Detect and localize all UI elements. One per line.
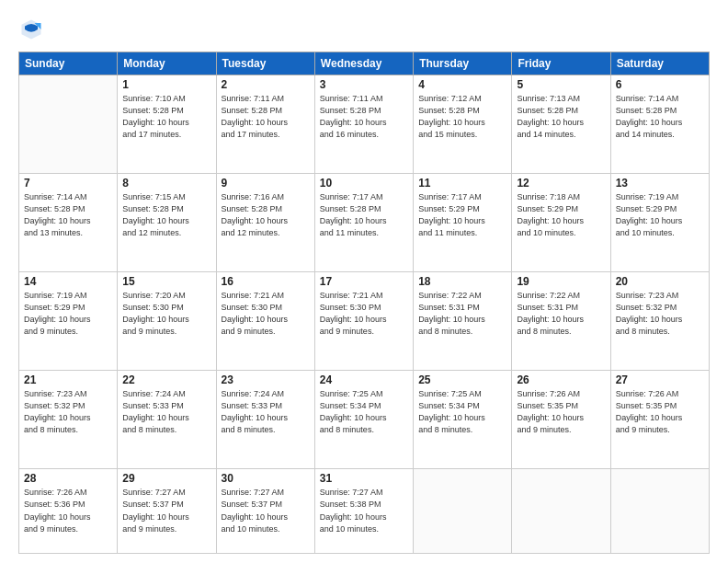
cell-day-number: 13 <box>616 177 704 190</box>
cell-day-number: 30 <box>222 472 310 485</box>
cell-info-text: Sunrise: 7:12 AM Sunset: 5:28 PM Dayligh… <box>418 93 506 141</box>
cell-day-number: 9 <box>222 177 310 190</box>
calendar-cell: 18Sunrise: 7:22 AM Sunset: 5:31 PM Dayli… <box>414 272 512 371</box>
logo-icon <box>18 17 44 42</box>
cell-info-text: Sunrise: 7:11 AM Sunset: 5:28 PM Dayligh… <box>320 93 408 141</box>
day-header-tuesday: Tuesday <box>216 52 314 75</box>
cell-day-number: 3 <box>320 78 408 91</box>
calendar-cell: 30Sunrise: 7:27 AM Sunset: 5:37 PM Dayli… <box>216 469 314 554</box>
cell-day-number: 17 <box>320 275 408 288</box>
cell-info-text: Sunrise: 7:24 AM Sunset: 5:33 PM Dayligh… <box>122 388 210 436</box>
calendar-cell: 24Sunrise: 7:25 AM Sunset: 5:34 PM Dayli… <box>314 371 413 469</box>
cell-day-number: 12 <box>517 177 605 190</box>
cell-info-text: Sunrise: 7:19 AM Sunset: 5:29 PM Dayligh… <box>616 191 704 239</box>
cell-info-text: Sunrise: 7:27 AM Sunset: 5:37 PM Dayligh… <box>222 487 310 534</box>
cell-day-number: 1 <box>122 78 210 91</box>
day-header-wednesday: Wednesday <box>314 52 413 75</box>
calendar-cell: 15Sunrise: 7:20 AM Sunset: 5:30 PM Dayli… <box>118 272 216 371</box>
cell-day-number: 7 <box>24 177 112 190</box>
cell-info-text: Sunrise: 7:22 AM Sunset: 5:31 PM Dayligh… <box>517 290 605 338</box>
calendar-cell: 4Sunrise: 7:12 AM Sunset: 5:28 PM Daylig… <box>414 75 512 174</box>
cell-info-text: Sunrise: 7:11 AM Sunset: 5:28 PM Dayligh… <box>222 93 310 141</box>
cell-info-text: Sunrise: 7:10 AM Sunset: 5:28 PM Dayligh… <box>122 93 210 141</box>
cell-info-text: Sunrise: 7:15 AM Sunset: 5:28 PM Dayligh… <box>122 191 210 239</box>
cell-info-text: Sunrise: 7:27 AM Sunset: 5:38 PM Dayligh… <box>320 487 408 534</box>
cell-day-number: 5 <box>517 78 605 91</box>
cell-day-number: 22 <box>122 373 210 386</box>
calendar-cell: 13Sunrise: 7:19 AM Sunset: 5:29 PM Dayli… <box>610 174 709 272</box>
cell-info-text: Sunrise: 7:21 AM Sunset: 5:30 PM Dayligh… <box>222 290 310 338</box>
calendar-cell: 29Sunrise: 7:27 AM Sunset: 5:37 PM Dayli… <box>118 469 216 554</box>
header <box>18 17 710 42</box>
calendar-cell: 26Sunrise: 7:26 AM Sunset: 5:35 PM Dayli… <box>512 371 610 469</box>
calendar-header-row: SundayMondayTuesdayWednesdayThursdayFrid… <box>19 52 710 75</box>
calendar-cell: 8Sunrise: 7:15 AM Sunset: 5:28 PM Daylig… <box>118 174 216 272</box>
cell-day-number: 18 <box>418 275 506 288</box>
cell-day-number: 2 <box>222 78 310 91</box>
calendar-cell: 1Sunrise: 7:10 AM Sunset: 5:28 PM Daylig… <box>118 75 216 174</box>
cell-info-text: Sunrise: 7:27 AM Sunset: 5:37 PM Dayligh… <box>122 487 210 534</box>
calendar-cell: 23Sunrise: 7:24 AM Sunset: 5:33 PM Dayli… <box>216 371 314 469</box>
cell-info-text: Sunrise: 7:17 AM Sunset: 5:28 PM Dayligh… <box>320 191 408 239</box>
cell-info-text: Sunrise: 7:26 AM Sunset: 5:35 PM Dayligh… <box>517 388 605 436</box>
cell-day-number: 10 <box>320 177 408 190</box>
calendar-cell <box>610 469 709 554</box>
cell-info-text: Sunrise: 7:14 AM Sunset: 5:28 PM Dayligh… <box>24 191 112 239</box>
cell-info-text: Sunrise: 7:23 AM Sunset: 5:32 PM Dayligh… <box>24 388 112 436</box>
cell-day-number: 20 <box>616 275 704 288</box>
calendar-cell: 21Sunrise: 7:23 AM Sunset: 5:32 PM Dayli… <box>19 371 118 469</box>
day-header-sunday: Sunday <box>19 52 118 75</box>
day-header-saturday: Saturday <box>610 52 709 75</box>
day-header-friday: Friday <box>512 52 610 75</box>
cell-day-number: 27 <box>616 373 704 386</box>
cell-day-number: 16 <box>222 275 310 288</box>
calendar-cell: 31Sunrise: 7:27 AM Sunset: 5:38 PM Dayli… <box>314 469 413 554</box>
cell-info-text: Sunrise: 7:18 AM Sunset: 5:29 PM Dayligh… <box>517 191 605 239</box>
calendar-cell: 14Sunrise: 7:19 AM Sunset: 5:29 PM Dayli… <box>19 272 118 371</box>
week-row-2: 7Sunrise: 7:14 AM Sunset: 5:28 PM Daylig… <box>19 174 710 272</box>
logo <box>18 17 48 42</box>
cell-day-number: 29 <box>122 472 210 485</box>
calendar-cell: 28Sunrise: 7:26 AM Sunset: 5:36 PM Dayli… <box>19 469 118 554</box>
calendar-cell: 25Sunrise: 7:25 AM Sunset: 5:34 PM Dayli… <box>414 371 512 469</box>
week-row-1: 1Sunrise: 7:10 AM Sunset: 5:28 PM Daylig… <box>19 75 710 174</box>
calendar-cell: 16Sunrise: 7:21 AM Sunset: 5:30 PM Dayli… <box>216 272 314 371</box>
calendar-cell: 11Sunrise: 7:17 AM Sunset: 5:29 PM Dayli… <box>414 174 512 272</box>
calendar-cell: 6Sunrise: 7:14 AM Sunset: 5:28 PM Daylig… <box>610 75 709 174</box>
cell-info-text: Sunrise: 7:17 AM Sunset: 5:29 PM Dayligh… <box>418 191 506 239</box>
cell-info-text: Sunrise: 7:26 AM Sunset: 5:35 PM Dayligh… <box>616 388 704 436</box>
calendar-cell <box>512 469 610 554</box>
calendar-table: SundayMondayTuesdayWednesdayThursdayFrid… <box>18 52 710 554</box>
cell-day-number: 25 <box>418 373 506 386</box>
calendar-cell: 9Sunrise: 7:16 AM Sunset: 5:28 PM Daylig… <box>216 174 314 272</box>
calendar-cell: 27Sunrise: 7:26 AM Sunset: 5:35 PM Dayli… <box>610 371 709 469</box>
cell-info-text: Sunrise: 7:14 AM Sunset: 5:28 PM Dayligh… <box>616 93 704 141</box>
cell-day-number: 24 <box>320 373 408 386</box>
cell-day-number: 19 <box>517 275 605 288</box>
calendar-cell: 3Sunrise: 7:11 AM Sunset: 5:28 PM Daylig… <box>314 75 413 174</box>
cell-day-number: 31 <box>320 472 408 485</box>
cell-day-number: 21 <box>24 373 112 386</box>
calendar-cell: 22Sunrise: 7:24 AM Sunset: 5:33 PM Dayli… <box>118 371 216 469</box>
calendar-cell <box>414 469 512 554</box>
cell-info-text: Sunrise: 7:16 AM Sunset: 5:28 PM Dayligh… <box>222 191 310 239</box>
calendar-cell: 10Sunrise: 7:17 AM Sunset: 5:28 PM Dayli… <box>314 174 413 272</box>
cell-day-number: 8 <box>122 177 210 190</box>
calendar-cell <box>19 75 118 174</box>
week-row-5: 28Sunrise: 7:26 AM Sunset: 5:36 PM Dayli… <box>19 469 710 554</box>
cell-info-text: Sunrise: 7:13 AM Sunset: 5:28 PM Dayligh… <box>517 93 605 141</box>
cell-info-text: Sunrise: 7:24 AM Sunset: 5:33 PM Dayligh… <box>222 388 310 436</box>
calendar-cell: 12Sunrise: 7:18 AM Sunset: 5:29 PM Dayli… <box>512 174 610 272</box>
calendar-cell: 5Sunrise: 7:13 AM Sunset: 5:28 PM Daylig… <box>512 75 610 174</box>
cell-info-text: Sunrise: 7:25 AM Sunset: 5:34 PM Dayligh… <box>320 388 408 436</box>
cell-day-number: 4 <box>418 78 506 91</box>
cell-day-number: 26 <box>517 373 605 386</box>
calendar-cell: 19Sunrise: 7:22 AM Sunset: 5:31 PM Dayli… <box>512 272 610 371</box>
day-header-thursday: Thursday <box>414 52 512 75</box>
calendar-cell: 7Sunrise: 7:14 AM Sunset: 5:28 PM Daylig… <box>19 174 118 272</box>
calendar-cell: 2Sunrise: 7:11 AM Sunset: 5:28 PM Daylig… <box>216 75 314 174</box>
cell-day-number: 15 <box>122 275 210 288</box>
cell-day-number: 23 <box>222 373 310 386</box>
week-row-4: 21Sunrise: 7:23 AM Sunset: 5:32 PM Dayli… <box>19 371 710 469</box>
cell-info-text: Sunrise: 7:26 AM Sunset: 5:36 PM Dayligh… <box>24 487 112 534</box>
